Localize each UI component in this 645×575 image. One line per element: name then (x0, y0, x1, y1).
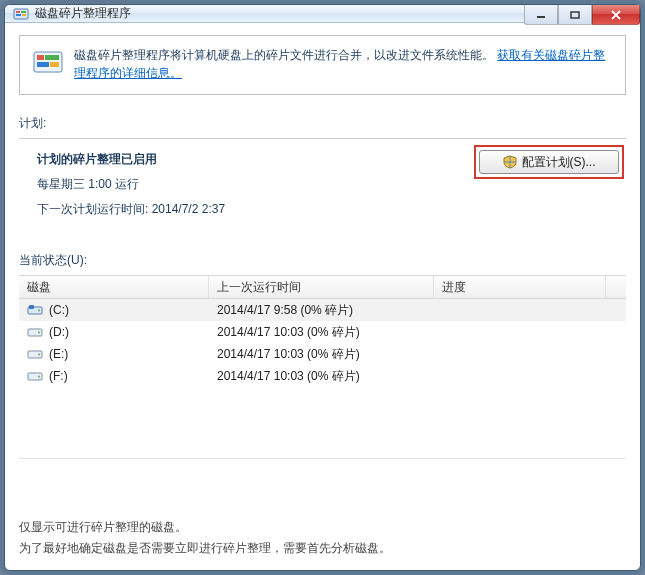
configure-highlight: 配置计划(S)... (474, 145, 624, 179)
col-spacer (606, 276, 626, 298)
configure-button-label: 配置计划(S)... (522, 154, 596, 171)
svg-rect-3 (16, 14, 21, 16)
svg-rect-10 (37, 62, 49, 67)
col-last-run[interactable]: 上一次运行时间 (209, 276, 434, 298)
svg-rect-4 (22, 14, 26, 16)
titlebar[interactable]: 磁盘碎片整理程序 (5, 5, 640, 23)
shield-icon (503, 155, 517, 169)
client-area: 磁盘碎片整理程序将计算机硬盘上的碎片文件进行合并，以改进文件系统性能。 获取有关… (5, 23, 640, 575)
svg-rect-2 (21, 11, 26, 13)
schedule-area: 计划的碎片整理已启用 每星期三 1:00 运行 下一次计划运行时间: 2014/… (19, 149, 626, 232)
last-run-cell: 2014/4/17 10:03 (0% 碎片) (209, 368, 434, 385)
disk-table-header: 磁盘 上一次运行时间 进度 (19, 275, 626, 299)
description-text: 磁盘碎片整理程序将计算机硬盘上的碎片文件进行合并，以改进文件系统性能。 获取有关… (74, 46, 613, 82)
close-button[interactable] (592, 5, 640, 25)
drive-icon (27, 326, 43, 338)
schedule-next-run: 下一次计划运行时间: 2014/7/2 2:37 (37, 201, 620, 218)
col-progress[interactable]: 进度 (434, 276, 606, 298)
svg-rect-11 (50, 62, 59, 67)
drive-icon (27, 370, 43, 382)
configure-schedule-button[interactable]: 配置计划(S)... (479, 150, 619, 174)
drive-name: (C:) (49, 303, 69, 317)
hint-text: 仅显示可进行碎片整理的磁盘。 为了最好地确定磁盘是否需要立即进行碎片整理，需要首… (19, 519, 626, 561)
description-prefix: 磁盘碎片整理程序将计算机硬盘上的碎片文件进行合并，以改进文件系统性能。 (74, 48, 494, 62)
svg-point-20 (38, 376, 40, 378)
status-label: 当前状态(U): (19, 252, 626, 269)
description-box: 磁盘碎片整理程序将计算机硬盘上的碎片文件进行合并，以改进文件系统性能。 获取有关… (19, 35, 626, 95)
last-run-cell: 2014/4/17 10:03 (0% 碎片) (209, 324, 434, 341)
svg-point-14 (38, 310, 40, 312)
hint-line-2: 为了最好地确定磁盘是否需要立即进行碎片整理，需要首先分析磁盘。 (19, 540, 626, 557)
drive-icon (27, 304, 43, 316)
svg-point-18 (38, 354, 40, 356)
svg-rect-13 (29, 305, 34, 309)
schedule-label: 计划: (19, 115, 626, 132)
svg-rect-1 (16, 11, 20, 13)
svg-rect-9 (45, 55, 59, 60)
table-row[interactable]: (E:)2014/4/17 10:03 (0% 碎片) (19, 343, 626, 365)
col-disk[interactable]: 磁盘 (19, 276, 209, 298)
last-run-cell: 2014/4/17 9:58 (0% 碎片) (209, 302, 434, 319)
svg-rect-5 (537, 16, 545, 18)
drive-icon (27, 348, 43, 360)
disk-defragmenter-window: 磁盘碎片整理程序 磁盘碎片整理程序将计算机硬盘上的碎片文件进行合并，以改进文件系… (4, 4, 641, 571)
window-controls (524, 5, 640, 25)
maximize-button[interactable] (558, 5, 592, 25)
svg-rect-6 (571, 12, 579, 18)
minimize-button[interactable] (524, 5, 558, 25)
svg-point-16 (38, 332, 40, 334)
drive-name: (D:) (49, 325, 69, 339)
drive-name: (F:) (49, 369, 68, 383)
svg-rect-8 (37, 55, 44, 60)
table-row[interactable]: (C:)2014/4/17 9:58 (0% 碎片) (19, 299, 626, 321)
last-run-cell: 2014/4/17 10:03 (0% 碎片) (209, 346, 434, 363)
window-title: 磁盘碎片整理程序 (35, 5, 131, 22)
table-row[interactable]: (F:)2014/4/17 10:03 (0% 碎片) (19, 365, 626, 387)
drive-name: (E:) (49, 347, 68, 361)
app-icon (13, 6, 29, 22)
disk-list[interactable]: (C:)2014/4/17 9:58 (0% 碎片)(D:)2014/4/17 … (19, 299, 626, 459)
divider (19, 138, 626, 139)
defrag-icon (32, 46, 64, 78)
table-row[interactable]: (D:)2014/4/17 10:03 (0% 碎片) (19, 321, 626, 343)
hint-line-1: 仅显示可进行碎片整理的磁盘。 (19, 519, 626, 536)
